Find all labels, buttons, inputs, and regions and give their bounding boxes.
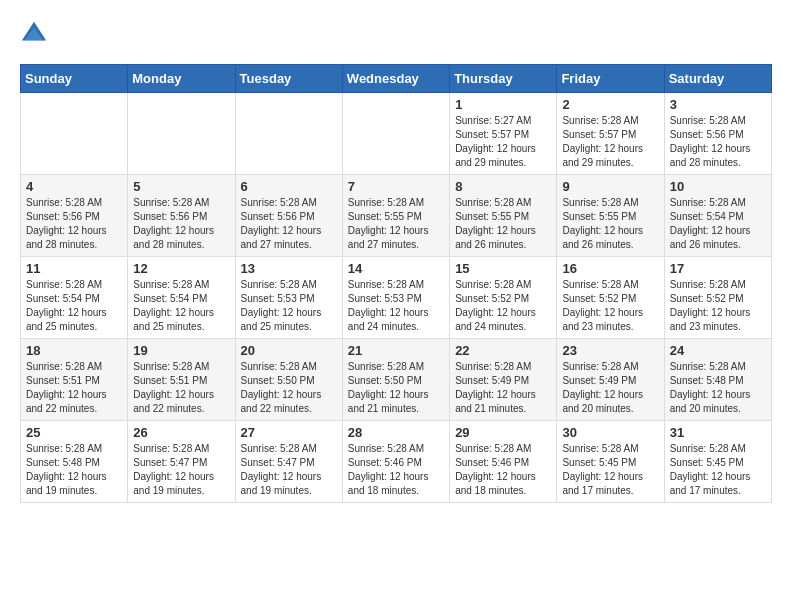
day-number: 15 [455,261,551,276]
calendar-cell: 4Sunrise: 5:28 AM Sunset: 5:56 PM Daylig… [21,175,128,257]
day-content: Sunrise: 5:28 AM Sunset: 5:52 PM Dayligh… [670,278,766,334]
day-content: Sunrise: 5:28 AM Sunset: 5:52 PM Dayligh… [455,278,551,334]
calendar-cell: 28Sunrise: 5:28 AM Sunset: 5:46 PM Dayli… [342,421,449,503]
day-content: Sunrise: 5:28 AM Sunset: 5:52 PM Dayligh… [562,278,658,334]
calendar-cell: 3Sunrise: 5:28 AM Sunset: 5:56 PM Daylig… [664,93,771,175]
day-content: Sunrise: 5:28 AM Sunset: 5:55 PM Dayligh… [455,196,551,252]
day-content: Sunrise: 5:28 AM Sunset: 5:48 PM Dayligh… [26,442,122,498]
day-content: Sunrise: 5:28 AM Sunset: 5:46 PM Dayligh… [455,442,551,498]
calendar-cell: 31Sunrise: 5:28 AM Sunset: 5:45 PM Dayli… [664,421,771,503]
calendar-cell: 5Sunrise: 5:28 AM Sunset: 5:56 PM Daylig… [128,175,235,257]
calendar-cell: 9Sunrise: 5:28 AM Sunset: 5:55 PM Daylig… [557,175,664,257]
day-number: 29 [455,425,551,440]
calendar-cell: 22Sunrise: 5:28 AM Sunset: 5:49 PM Dayli… [450,339,557,421]
calendar-table: SundayMondayTuesdayWednesdayThursdayFrid… [20,64,772,503]
day-content: Sunrise: 5:28 AM Sunset: 5:55 PM Dayligh… [348,196,444,252]
day-content: Sunrise: 5:28 AM Sunset: 5:50 PM Dayligh… [348,360,444,416]
weekday-header-row: SundayMondayTuesdayWednesdayThursdayFrid… [21,65,772,93]
logo [20,20,52,48]
day-content: Sunrise: 5:28 AM Sunset: 5:51 PM Dayligh… [26,360,122,416]
day-number: 25 [26,425,122,440]
day-number: 27 [241,425,337,440]
day-number: 22 [455,343,551,358]
day-content: Sunrise: 5:28 AM Sunset: 5:56 PM Dayligh… [241,196,337,252]
day-number: 5 [133,179,229,194]
calendar-cell: 6Sunrise: 5:28 AM Sunset: 5:56 PM Daylig… [235,175,342,257]
day-content: Sunrise: 5:28 AM Sunset: 5:49 PM Dayligh… [562,360,658,416]
day-content: Sunrise: 5:28 AM Sunset: 5:46 PM Dayligh… [348,442,444,498]
calendar-cell: 7Sunrise: 5:28 AM Sunset: 5:55 PM Daylig… [342,175,449,257]
calendar-cell: 1Sunrise: 5:27 AM Sunset: 5:57 PM Daylig… [450,93,557,175]
day-number: 21 [348,343,444,358]
weekday-header-friday: Friday [557,65,664,93]
day-number: 19 [133,343,229,358]
day-number: 31 [670,425,766,440]
day-content: Sunrise: 5:28 AM Sunset: 5:56 PM Dayligh… [670,114,766,170]
weekday-header-thursday: Thursday [450,65,557,93]
calendar-cell: 19Sunrise: 5:28 AM Sunset: 5:51 PM Dayli… [128,339,235,421]
day-content: Sunrise: 5:27 AM Sunset: 5:57 PM Dayligh… [455,114,551,170]
calendar-cell: 14Sunrise: 5:28 AM Sunset: 5:53 PM Dayli… [342,257,449,339]
day-content: Sunrise: 5:28 AM Sunset: 5:49 PM Dayligh… [455,360,551,416]
calendar-cell: 21Sunrise: 5:28 AM Sunset: 5:50 PM Dayli… [342,339,449,421]
calendar-cell: 12Sunrise: 5:28 AM Sunset: 5:54 PM Dayli… [128,257,235,339]
calendar-cell: 15Sunrise: 5:28 AM Sunset: 5:52 PM Dayli… [450,257,557,339]
day-number: 6 [241,179,337,194]
calendar-cell: 16Sunrise: 5:28 AM Sunset: 5:52 PM Dayli… [557,257,664,339]
day-number: 14 [348,261,444,276]
weekday-header-wednesday: Wednesday [342,65,449,93]
day-number: 8 [455,179,551,194]
calendar-cell: 29Sunrise: 5:28 AM Sunset: 5:46 PM Dayli… [450,421,557,503]
day-content: Sunrise: 5:28 AM Sunset: 5:53 PM Dayligh… [348,278,444,334]
day-number: 13 [241,261,337,276]
day-number: 24 [670,343,766,358]
weekday-header-monday: Monday [128,65,235,93]
day-number: 26 [133,425,229,440]
day-content: Sunrise: 5:28 AM Sunset: 5:54 PM Dayligh… [133,278,229,334]
calendar-week-row: 1Sunrise: 5:27 AM Sunset: 5:57 PM Daylig… [21,93,772,175]
day-number: 3 [670,97,766,112]
day-number: 12 [133,261,229,276]
calendar-week-row: 25Sunrise: 5:28 AM Sunset: 5:48 PM Dayli… [21,421,772,503]
day-number: 28 [348,425,444,440]
day-content: Sunrise: 5:28 AM Sunset: 5:53 PM Dayligh… [241,278,337,334]
calendar-cell: 2Sunrise: 5:28 AM Sunset: 5:57 PM Daylig… [557,93,664,175]
day-number: 18 [26,343,122,358]
day-content: Sunrise: 5:28 AM Sunset: 5:45 PM Dayligh… [670,442,766,498]
day-content: Sunrise: 5:28 AM Sunset: 5:45 PM Dayligh… [562,442,658,498]
day-content: Sunrise: 5:28 AM Sunset: 5:54 PM Dayligh… [670,196,766,252]
logo-icon [20,20,48,48]
calendar-cell: 8Sunrise: 5:28 AM Sunset: 5:55 PM Daylig… [450,175,557,257]
calendar-cell: 26Sunrise: 5:28 AM Sunset: 5:47 PM Dayli… [128,421,235,503]
calendar-cell: 25Sunrise: 5:28 AM Sunset: 5:48 PM Dayli… [21,421,128,503]
calendar-cell: 23Sunrise: 5:28 AM Sunset: 5:49 PM Dayli… [557,339,664,421]
calendar-cell [342,93,449,175]
calendar-cell [21,93,128,175]
day-number: 1 [455,97,551,112]
day-content: Sunrise: 5:28 AM Sunset: 5:56 PM Dayligh… [26,196,122,252]
day-number: 9 [562,179,658,194]
day-content: Sunrise: 5:28 AM Sunset: 5:51 PM Dayligh… [133,360,229,416]
weekday-header-saturday: Saturday [664,65,771,93]
weekday-header-tuesday: Tuesday [235,65,342,93]
day-number: 10 [670,179,766,194]
page-header [20,20,772,48]
calendar-cell: 10Sunrise: 5:28 AM Sunset: 5:54 PM Dayli… [664,175,771,257]
calendar-cell: 17Sunrise: 5:28 AM Sunset: 5:52 PM Dayli… [664,257,771,339]
calendar-cell: 27Sunrise: 5:28 AM Sunset: 5:47 PM Dayli… [235,421,342,503]
day-content: Sunrise: 5:28 AM Sunset: 5:47 PM Dayligh… [241,442,337,498]
day-number: 16 [562,261,658,276]
calendar-cell: 13Sunrise: 5:28 AM Sunset: 5:53 PM Dayli… [235,257,342,339]
calendar-week-row: 18Sunrise: 5:28 AM Sunset: 5:51 PM Dayli… [21,339,772,421]
calendar-week-row: 4Sunrise: 5:28 AM Sunset: 5:56 PM Daylig… [21,175,772,257]
day-number: 23 [562,343,658,358]
day-number: 30 [562,425,658,440]
calendar-cell: 30Sunrise: 5:28 AM Sunset: 5:45 PM Dayli… [557,421,664,503]
day-content: Sunrise: 5:28 AM Sunset: 5:47 PM Dayligh… [133,442,229,498]
calendar-cell: 20Sunrise: 5:28 AM Sunset: 5:50 PM Dayli… [235,339,342,421]
day-number: 7 [348,179,444,194]
calendar-cell [235,93,342,175]
day-content: Sunrise: 5:28 AM Sunset: 5:48 PM Dayligh… [670,360,766,416]
day-number: 20 [241,343,337,358]
day-content: Sunrise: 5:28 AM Sunset: 5:54 PM Dayligh… [26,278,122,334]
